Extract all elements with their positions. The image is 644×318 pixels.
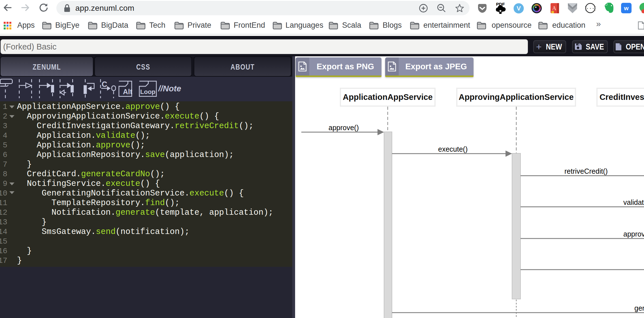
svg-text:Loop: Loop: [140, 88, 155, 95]
svg-text:A: A: [552, 5, 556, 11]
svg-text:w: w: [624, 5, 629, 11]
svg-text:{···}: {···}: [585, 6, 596, 11]
svg-text:C: C: [102, 80, 107, 89]
svg-text:V: V: [517, 5, 521, 12]
svg-text:Alt: Alt: [123, 88, 133, 96]
svg-text://Note: //Note: [158, 84, 181, 93]
